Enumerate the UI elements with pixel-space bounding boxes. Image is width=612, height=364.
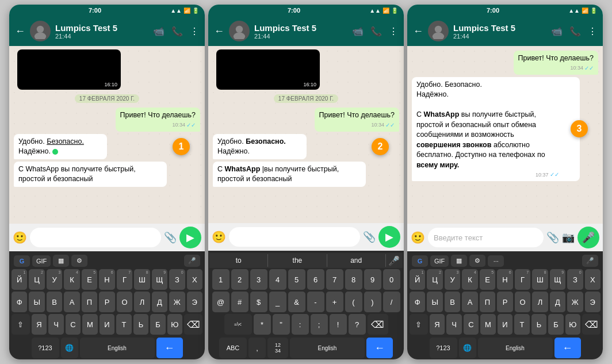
key-delete-2[interactable]: ⌫ [368,314,388,335]
key-н[interactable]: 6Н [99,269,114,290]
key-ы-3[interactable]: Ы [427,292,442,312]
key-5[interactable]: 5 [288,269,305,290]
key-enter-1[interactable]: ← [156,338,183,358]
key-num-1[interactable]: ?123 [32,338,59,358]
key-ж[interactable]: Ж [169,292,185,312]
emoji-button-2[interactable]: 🙂 [212,230,226,244]
key-ы[interactable]: Ы [29,292,44,312]
key-plus[interactable]: + [326,292,343,312]
mic-button-3[interactable]: 🎤 [577,227,599,248]
key-ч[interactable]: Ч [48,314,63,335]
key-exclaim[interactable]: ! [330,314,347,335]
key-э[interactable]: Э [187,292,202,312]
key-9[interactable]: 9 [364,269,381,290]
attach-button-2[interactable]: 📎 [363,231,376,243]
suggest-the[interactable]: the [268,254,327,267]
google-btn-3[interactable]: G [412,255,428,267]
key-dollar[interactable]: $ [250,292,267,312]
key-space-3[interactable]: English [478,338,553,358]
key-э-3[interactable]: Э [585,292,600,312]
key-lang-3[interactable]: 🌐 [459,338,476,358]
key-р-3[interactable]: Р [497,292,512,312]
more-options-icon-3[interactable]: ⋮ [588,26,597,37]
key-space-1[interactable]: English [80,338,155,358]
back-button-1[interactable]: ← [15,25,25,37]
key-ч-3[interactable]: Ч [446,314,461,335]
key-л-3[interactable]: Л [532,292,548,312]
gif-btn-3[interactable]: GIF [430,255,449,267]
more-options-icon-2[interactable]: ⋮ [389,26,398,37]
key-о-3[interactable]: О [515,292,530,312]
key-б[interactable]: Б [150,314,165,335]
key-rparen[interactable]: ) [364,292,381,312]
sticker-btn-3[interactable]: ▦ [451,255,467,267]
key-0[interactable]: 0 [383,269,400,290]
key-м[interactable]: М [82,314,97,335]
back-button-3[interactable]: ← [413,25,423,37]
key-1234-2[interactable]: 1234 [267,338,288,358]
key-п[interactable]: П [82,292,97,312]
key-х[interactable]: Х [187,269,202,290]
emoji-button-3[interactable]: 🙂 [411,231,425,244]
key-й[interactable]: 1Й [12,269,27,290]
key-ш-3[interactable]: 8Ш [532,269,548,290]
phone-call-icon[interactable]: 📞 [171,26,183,37]
key-й-3[interactable]: 1Й [410,269,425,290]
key-щ[interactable]: 9Щ [152,269,167,290]
key-lang-1[interactable]: 🌐 [61,338,78,358]
key-7[interactable]: 7 [326,269,343,290]
key-е-3[interactable]: 5Е [480,269,495,290]
google-btn-1[interactable]: G [14,255,30,267]
key-р[interactable]: Р [99,292,114,312]
back-button-2[interactable]: ← [214,25,224,37]
more-btn-3[interactable]: ··· [488,255,504,267]
key-semicolon[interactable]: ; [311,314,328,335]
key-amp[interactable]: & [288,292,305,312]
send-button-1[interactable]: ▶ [179,227,201,248]
suggest-and[interactable]: and [327,254,386,267]
key-м-3[interactable]: М [480,314,495,335]
key-minus[interactable]: - [307,292,324,312]
key-8[interactable]: 8 [345,269,362,290]
key-з[interactable]: 0З [169,269,185,290]
key-6[interactable]: 6 [307,269,324,290]
more-options-icon[interactable]: ⋮ [190,26,199,37]
key-2[interactable]: 2 [231,269,248,290]
key-ц-3[interactable]: 2Ц [427,269,442,290]
key-star[interactable]: * [254,314,271,335]
key-п-3[interactable]: П [480,292,495,312]
key-д-3[interactable]: Д [550,292,565,312]
key-е[interactable]: 5Е [82,269,97,290]
attach-button-3[interactable]: 📎 [546,231,559,244]
key-а[interactable]: А [64,292,79,312]
emoji-button-1[interactable]: 🙂 [13,231,27,244]
key-г[interactable]: 7Г [117,269,132,290]
text-input-2[interactable] [229,227,360,247]
key-я[interactable]: Я [32,314,47,335]
key-и[interactable]: И [100,314,114,335]
key-lparen[interactable]: ( [345,292,362,312]
key-slash[interactable]: / [383,292,400,312]
settings-btn-1[interactable]: ⚙ [71,255,87,267]
key-ю[interactable]: Ю [167,314,182,335]
key-з-3[interactable]: 0З [567,269,583,290]
key-с-3[interactable]: С [464,314,479,335]
key-abc-2[interactable]: ABC [219,338,247,358]
settings-btn-3[interactable]: ⚙ [469,255,485,267]
gif-btn-1[interactable]: GIF [32,255,51,267]
key-enter-3[interactable]: ← [554,338,581,358]
key-4[interactable]: 4 [269,269,286,290]
key-sym-alt[interactable]: =\< [224,314,252,335]
sticker-btn-1[interactable]: ▦ [53,255,69,267]
video-call-icon-2[interactable]: 📹 [352,26,364,37]
key-и-3[interactable]: И [498,314,512,335]
key-я-3[interactable]: Я [430,314,445,335]
key-comma-2[interactable]: , [248,338,266,358]
send-button-2[interactable]: ▶ [378,226,400,248]
key-у[interactable]: 3У [47,269,62,290]
suggest-to[interactable]: to [209,254,268,267]
key-1[interactable]: 1 [212,269,230,290]
key-г-3[interactable]: 7Г [515,269,530,290]
key-enter-2[interactable]: ← [366,338,393,358]
key-б-3[interactable]: Б [548,314,563,335]
